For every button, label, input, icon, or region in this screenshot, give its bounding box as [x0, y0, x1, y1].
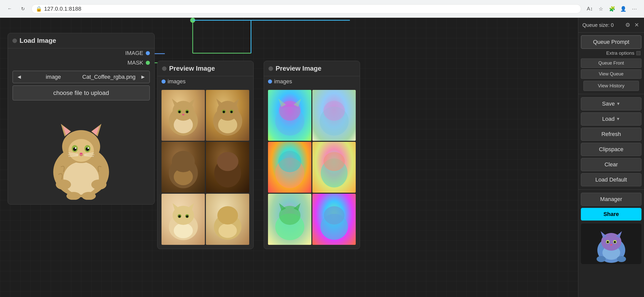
thumbnail-cat-svg — [591, 224, 632, 264]
preview-1-input-label: images — [168, 78, 186, 85]
view-history-btn[interactable]: View History — [583, 81, 639, 91]
svg-point-53 — [172, 151, 195, 172]
node-collapse-dot[interactable] — [12, 38, 17, 43]
refresh-button[interactable]: ↻ — [18, 4, 27, 13]
refresh-btn[interactable]: Refresh — [581, 128, 641, 141]
sidebar-header-icons: ⚙ ✕ — [624, 21, 640, 29]
upload-file-btn[interactable]: choose file to upload — [12, 85, 150, 101]
preview-2-header: Preview Image — [264, 61, 360, 76]
clear-btn-label: Clear — [604, 161, 618, 168]
preview-1-dot[interactable] — [162, 66, 167, 71]
svg-line-23 — [68, 155, 78, 155]
preview-node-2: Preview Image images — [264, 61, 360, 249]
view-queue-btn[interactable]: View Queue — [581, 69, 641, 79]
next-image-btn[interactable]: ► — [137, 71, 149, 83]
back-button[interactable]: ← — [5, 4, 14, 13]
url-text: 127.0.0.1:8188 — [44, 6, 81, 12]
profile-icon-btn[interactable]: 👤 — [619, 4, 628, 13]
refresh-btn-label: Refresh — [601, 131, 621, 137]
preview-2-grid-item-3 — [268, 142, 311, 193]
browser-chrome: ← ↻ 🔒 127.0.0.1:8188 A↕ ☆ 🧩 👤 ⋯ — [0, 0, 644, 18]
save-btn[interactable]: Save ▼ — [581, 97, 641, 110]
queue-front-btn[interactable]: Queue Front — [581, 58, 641, 68]
preview-1-title: Preview Image — [169, 65, 215, 72]
svg-point-67 — [217, 206, 238, 225]
image-selector: ◄ image Cat_Coffee_rgba.png ► — [12, 71, 150, 83]
manager-btn[interactable]: Manager — [581, 193, 641, 206]
save-btn-label: Save — [602, 101, 615, 107]
mask-output-port[interactable] — [146, 61, 150, 65]
extra-options-label: Extra options — [606, 50, 634, 56]
svg-point-49 — [223, 111, 225, 113]
sidebar-divider-1 — [578, 94, 644, 94]
load-image-node: Load Image IMAGE MASK ◄ image Cat_Coffee… — [8, 33, 155, 205]
sidebar-divider-2 — [578, 189, 644, 190]
preview-1-input-port[interactable] — [162, 80, 166, 84]
main-area: Load Image IMAGE MASK ◄ image Cat_Coffee… — [0, 18, 644, 297]
svg-point-95 — [597, 256, 606, 262]
canvas-area[interactable]: Load Image IMAGE MASK ◄ image Cat_Coffee… — [0, 18, 578, 297]
svg-point-55 — [217, 152, 238, 171]
extensions-icon-btn[interactable]: 🧩 — [607, 4, 617, 13]
svg-point-73 — [323, 101, 345, 121]
share-btn[interactable]: Share — [581, 208, 641, 221]
settings-icon-btn[interactable]: ⚙ — [624, 21, 631, 29]
preview-1-grid-item-4 — [206, 142, 249, 193]
cat-image-svg — [46, 106, 117, 200]
preview-1-grid — [157, 88, 253, 249]
thumbnail-preview — [581, 224, 641, 264]
address-bar: 🔒 127.0.0.1:8188 — [31, 4, 581, 13]
preview-2-title: Preview Image — [276, 65, 321, 72]
preview-1-grid-item-6 — [206, 194, 249, 245]
browser-right-icons: A↕ ☆ 🧩 👤 ⋯ — [585, 4, 639, 13]
svg-point-41 — [182, 114, 184, 115]
extra-options-checkbox[interactable] — [636, 51, 640, 55]
preview-1-input-row: images — [157, 76, 253, 86]
svg-point-96 — [617, 256, 626, 262]
clipspace-btn[interactable]: Clipspace — [581, 143, 641, 156]
queue-prompt-btn[interactable]: Queue Prompt — [581, 35, 641, 49]
preview-1-grid-item-3 — [162, 142, 205, 193]
preview-2-grid-item-5 — [268, 194, 311, 245]
svg-point-19 — [75, 147, 76, 149]
preview-1-grid-item-5 — [162, 194, 205, 245]
svg-point-63 — [178, 215, 181, 218]
close-icon-btn[interactable]: ✕ — [633, 21, 640, 29]
preview-2-input-port[interactable] — [268, 80, 272, 84]
image-output-port[interactable] — [146, 51, 150, 55]
svg-point-83 — [324, 206, 344, 225]
preview-1-grid-item-2 — [206, 90, 249, 141]
svg-point-75 — [278, 151, 301, 172]
prev-image-btn[interactable]: ◄ — [13, 71, 26, 83]
preview-2-dot[interactable] — [269, 66, 273, 71]
preview-2-grid-item-2 — [312, 90, 356, 141]
cat-image-placeholder — [46, 106, 117, 200]
load-default-btn-label: Load Default — [595, 176, 627, 183]
queue-action-btns-row: Queue Front View Queue — [578, 57, 644, 80]
image-selector-filename: Cat_Coffee_rgba.png — [81, 74, 137, 80]
svg-point-94 — [610, 244, 612, 246]
right-sidebar: Queue size: 0 ⚙ ✕ Queue Prompt Extra opt… — [578, 18, 644, 297]
clear-btn[interactable]: Clear — [581, 158, 641, 171]
svg-point-40 — [186, 111, 188, 113]
bookmark-icon-btn[interactable]: ☆ — [596, 4, 605, 13]
preview-2-grid-item-6 — [312, 194, 356, 245]
cat-preview-area — [8, 104, 154, 204]
svg-point-30 — [66, 192, 81, 200]
queue-size-label: Queue size: 0 — [582, 22, 614, 28]
svg-point-8 — [63, 162, 99, 195]
svg-point-39 — [178, 111, 181, 113]
mask-port-label: MASK — [128, 60, 143, 66]
more-options-btn[interactable]: ⋯ — [630, 4, 639, 13]
load-default-btn[interactable]: Load Default — [581, 173, 641, 186]
mask-port-row: MASK — [8, 58, 154, 68]
clipspace-btn-label: Clipspace — [599, 146, 623, 153]
preview-1-header: Preview Image — [157, 61, 253, 76]
load-image-title: Load Image — [20, 37, 56, 45]
svg-line-26 — [84, 155, 94, 155]
svg-point-57 — [174, 223, 193, 238]
load-image-header: Load Image — [8, 33, 154, 48]
load-btn[interactable]: Load ▼ — [581, 112, 641, 126]
translate-icon-btn[interactable]: A↕ — [585, 4, 594, 13]
svg-point-28 — [56, 180, 71, 190]
